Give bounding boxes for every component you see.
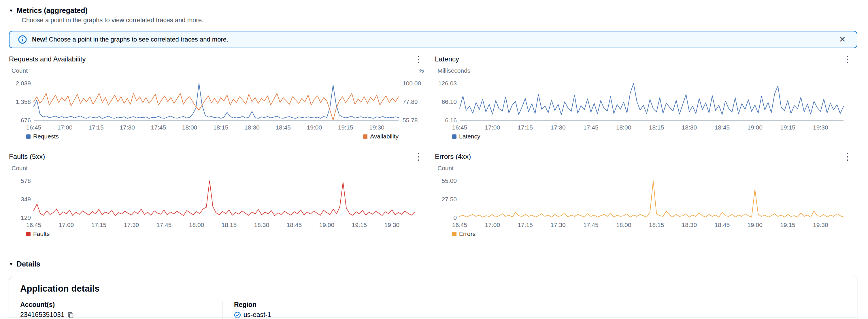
svg-text:17:15: 17:15 [518, 222, 533, 228]
legend-label-requests: Requests [33, 133, 59, 140]
svg-text:17:00: 17:00 [59, 222, 74, 228]
metrics-section-expander[interactable]: ▼ Metrics (aggregated) [9, 6, 88, 15]
close-icon[interactable]: ✕ [837, 34, 848, 45]
svg-text:17:30: 17:30 [551, 124, 566, 130]
legend-label-latency: Latency [459, 133, 480, 140]
svg-text:18:30: 18:30 [254, 222, 270, 228]
metrics-section-title: Metrics (aggregated) [17, 6, 88, 15]
chart-card-requests-availability: Requests and Availability ⋮ Count % 2,03… [9, 54, 426, 140]
legend-item-latency[interactable]: Latency [452, 133, 480, 140]
svg-text:1,358: 1,358 [16, 98, 31, 105]
latency-chart[interactable]: 126.0366.106.1616:4517:0017:1517:3017:45… [435, 75, 855, 133]
y-axis-unit-left: Count [437, 165, 454, 172]
svg-text:19:30: 19:30 [813, 124, 828, 130]
legend-label-availability: Availability [370, 133, 399, 140]
chart-card-faults: Faults (5xx) ⋮ Count 57834912016:4517:00… [9, 151, 426, 237]
legend-item-requests[interactable]: Requests [26, 133, 59, 140]
metrics-section-subtitle: Choose a point in the graphs to view cor… [22, 17, 857, 24]
svg-text:17:00: 17:00 [57, 124, 73, 130]
svg-text:66.10: 66.10 [441, 98, 457, 105]
svg-text:0: 0 [453, 214, 457, 221]
banner-text-rest: Choose a point in the graphs to see corr… [49, 36, 228, 43]
svg-text:17:45: 17:45 [583, 124, 598, 130]
svg-text:19:00: 19:00 [747, 222, 763, 228]
copy-icon[interactable] [67, 312, 74, 318]
svg-text:349: 349 [21, 196, 31, 202]
details-section-expander[interactable]: ▼ Details [9, 260, 40, 268]
svg-text:17:00: 17:00 [485, 124, 500, 130]
svg-text:6.16: 6.16 [445, 117, 457, 123]
svg-text:19:30: 19:30 [813, 222, 828, 228]
svg-text:18:30: 18:30 [682, 124, 697, 130]
chart-title-requests-availability: Requests and Availability [9, 55, 86, 63]
svg-text:17:30: 17:30 [120, 124, 135, 130]
svg-text:18:45: 18:45 [715, 222, 730, 228]
info-icon [18, 35, 27, 44]
legend-swatch-faults [26, 232, 31, 236]
svg-text:16:45: 16:45 [452, 222, 467, 228]
svg-text:2,039: 2,039 [16, 80, 31, 87]
svg-text:19:15: 19:15 [338, 124, 353, 130]
svg-text:17:15: 17:15 [89, 124, 104, 130]
details-section-title: Details [17, 260, 40, 268]
svg-text:77.89: 77.89 [403, 98, 418, 105]
faults-chart[interactable]: 57834912016:4517:0017:1517:3017:4518:001… [9, 172, 426, 230]
y-axis-unit-right: % [418, 67, 424, 75]
svg-text:676: 676 [21, 117, 31, 123]
legend-item-faults[interactable]: Faults [26, 230, 50, 237]
region-field: Region us-east-1 [222, 301, 271, 319]
y-axis-unit-left: Count [11, 165, 28, 172]
banner-text-bold: New! [32, 36, 47, 43]
banner-text: New!Choose a point in the graphs to see … [32, 36, 228, 43]
svg-text:126.03: 126.03 [438, 80, 457, 87]
charts-grid: Requests and Availability ⋮ Count % 2,03… [9, 54, 857, 237]
check-circle-icon [234, 312, 241, 318]
application-details-title: Application details [20, 284, 846, 294]
legend-swatch-availability [363, 135, 367, 139]
caret-down-icon: ▼ [9, 262, 13, 266]
legend-item-availability[interactable]: Availability [363, 133, 399, 140]
account-field: Account(s) 234165351031 [20, 301, 222, 319]
svg-text:19:30: 19:30 [369, 124, 384, 130]
errors-chart[interactable]: 55.0027.50016:4517:0017:1517:3017:4518:0… [435, 172, 855, 230]
svg-text:18:30: 18:30 [682, 222, 697, 228]
svg-text:17:45: 17:45 [583, 222, 598, 228]
svg-text:18:15: 18:15 [649, 124, 664, 130]
svg-text:578: 578 [21, 177, 31, 184]
requests-availability-chart[interactable]: 2,0391,358676100.0077.8955.7816:4517:001… [9, 75, 426, 133]
chart-card-errors: Errors (4xx) ⋮ Count 55.0027.50016:4517:… [435, 151, 855, 237]
kebab-menu-icon[interactable]: ⋮ [411, 152, 426, 161]
legend-label-faults: Faults [33, 230, 50, 237]
svg-text:17:30: 17:30 [551, 222, 566, 228]
svg-text:18:00: 18:00 [616, 222, 631, 228]
svg-text:18:00: 18:00 [189, 222, 204, 228]
svg-text:55.78: 55.78 [403, 117, 418, 123]
next-section-divider [9, 318, 857, 318]
svg-text:19:30: 19:30 [384, 222, 400, 228]
svg-text:19:15: 19:15 [780, 222, 795, 228]
kebab-menu-icon[interactable]: ⋮ [411, 55, 426, 64]
svg-text:16:45: 16:45 [26, 124, 41, 130]
svg-text:120: 120 [21, 214, 31, 221]
svg-text:55.00: 55.00 [441, 177, 457, 184]
kebab-menu-icon[interactable]: ⋮ [840, 152, 855, 161]
svg-text:17:15: 17:15 [518, 124, 533, 130]
legend-item-errors[interactable]: Errors [452, 230, 475, 237]
svg-text:17:15: 17:15 [91, 222, 106, 228]
region-label: Region [234, 301, 271, 309]
svg-text:19:00: 19:00 [307, 124, 322, 130]
svg-text:18:45: 18:45 [715, 124, 730, 130]
chart-card-latency: Latency ⋮ Milliseconds 126.0366.106.1616… [435, 54, 855, 140]
svg-text:18:00: 18:00 [182, 124, 197, 130]
chart-title-errors: Errors (4xx) [435, 152, 471, 161]
svg-text:16:45: 16:45 [26, 222, 41, 228]
svg-text:16:45: 16:45 [452, 124, 467, 130]
page: ▼ Metrics (aggregated) Choose a point in… [0, 0, 868, 319]
svg-text:17:45: 17:45 [151, 124, 166, 130]
legend-swatch-requests [26, 135, 31, 139]
svg-text:100.00: 100.00 [403, 80, 421, 87]
svg-text:17:30: 17:30 [124, 222, 139, 228]
kebab-menu-icon[interactable]: ⋮ [840, 55, 855, 64]
svg-text:17:45: 17:45 [156, 222, 172, 228]
svg-text:19:15: 19:15 [352, 222, 367, 228]
